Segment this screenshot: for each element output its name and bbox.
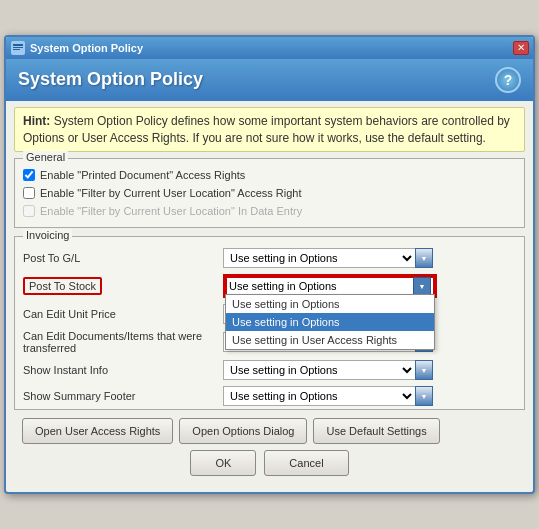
post-stock-dropdown-container: Use setting in Options ▼ Use setting in … [223, 274, 437, 298]
show-summary-footer-btn[interactable]: ▼ [415, 386, 433, 406]
svg-rect-2 [13, 47, 23, 48]
help-button[interactable]: ? [495, 67, 521, 93]
title-bar-text: System Option Policy [30, 42, 143, 54]
page-title: System Option Policy [18, 69, 203, 90]
checkbox-row-3: Enable "Filter by Current User Location"… [23, 205, 516, 217]
header-section: System Option Policy ? [6, 59, 533, 101]
post-gl-label: Post To G/L [15, 245, 215, 271]
dropdown-item-3[interactable]: Use setting in User Access Rights [226, 331, 434, 349]
checkbox-printed-doc-label: Enable "Printed Document" Access Rights [40, 169, 245, 181]
table-row: Post To G/L Use setting in Options ▼ [15, 245, 524, 271]
checkbox-filter-data-entry-label: Enable "Filter by Current User Location"… [40, 205, 302, 217]
dropdown-item-2[interactable]: Use setting in Options [226, 313, 434, 331]
close-button[interactable]: ✕ [513, 41, 529, 55]
post-gl-dropdown-btn[interactable]: ▼ [415, 248, 433, 268]
show-summary-footer-select[interactable]: Use setting in Options [223, 386, 415, 406]
svg-rect-3 [13, 49, 20, 50]
dropdown-arrow-icon: ▼ [421, 367, 428, 374]
show-summary-footer-cell: Use setting in Options ▼ [215, 383, 524, 409]
action-buttons-row: Open User Access Rights Open Options Dia… [22, 418, 517, 444]
show-instant-info-cell: Use setting in Options ▼ [215, 357, 524, 383]
show-instant-info-select[interactable]: Use setting in Options [223, 360, 415, 380]
general-label: General [23, 151, 68, 163]
invoicing-group: Invoicing Post To G/L Use setting in Opt… [14, 236, 525, 410]
post-stock-field[interactable]: Use setting in Options ▼ [225, 276, 435, 296]
general-group: General Enable "Printed Document" Access… [14, 158, 525, 228]
checkbox-row-2: Enable "Filter by Current User Location"… [23, 187, 516, 199]
post-gl-select[interactable]: Use setting in Options [223, 248, 415, 268]
show-instant-info-dropdown[interactable]: Use setting in Options ▼ [223, 360, 516, 380]
checkbox-printed-doc[interactable] [23, 169, 35, 181]
body-content: General Enable "Printed Document" Access… [6, 158, 533, 492]
title-bar-left: System Option Policy [10, 40, 143, 56]
window-icon [10, 40, 26, 56]
dropdown-arrow-icon: ▼ [421, 393, 428, 400]
post-gl-dropdown[interactable]: Use setting in Options ▼ [223, 248, 516, 268]
ok-cancel-row: OK Cancel [14, 450, 525, 476]
post-stock-arrow[interactable]: ▼ [413, 277, 431, 295]
can-edit-docs-label: Can Edit Documents/Items that were trans… [15, 327, 215, 357]
use-default-settings-button[interactable]: Use Default Settings [313, 418, 439, 444]
can-edit-unit-price-label: Can Edit Unit Price [15, 301, 215, 327]
hint-bar: Hint: System Option Policy defines how s… [14, 107, 525, 153]
show-instant-info-btn[interactable]: ▼ [415, 360, 433, 380]
dropdown-arrow-icon: ▼ [421, 255, 428, 262]
hint-prefix: Hint: [23, 114, 50, 128]
arrow-icon: ▼ [419, 283, 426, 290]
hint-text: System Option Policy defines how some im… [23, 114, 510, 145]
dropdown-popup: Use setting in Options Use setting in Op… [225, 294, 435, 350]
table-row: Show Instant Info Use setting in Options… [15, 357, 524, 383]
post-stock-value: Use setting in Options [229, 280, 337, 292]
open-options-dialog-button[interactable]: Open Options Dialog [179, 418, 307, 444]
table-row: Post To Stock Use setting in Options ▼ [15, 271, 524, 301]
show-instant-info-label: Show Instant Info [15, 357, 215, 383]
post-stock-label-cell: Post To Stock [15, 271, 215, 301]
show-summary-footer-dropdown[interactable]: Use setting in Options ▼ [223, 386, 516, 406]
post-stock-dropdown[interactable]: Use setting in Options ▼ Use setting in … [225, 276, 435, 296]
svg-rect-1 [13, 44, 23, 46]
show-summary-footer-label: Show Summary Footer [15, 383, 215, 409]
post-stock-cell: Use setting in Options ▼ Use setting in … [215, 271, 524, 301]
main-window: System Option Policy ✕ System Option Pol… [4, 35, 535, 495]
dropdown-item-1[interactable]: Use setting in Options [226, 295, 434, 313]
title-bar: System Option Policy ✕ [6, 37, 533, 59]
cancel-button[interactable]: Cancel [264, 450, 348, 476]
post-to-stock-label: Post To Stock [23, 277, 102, 295]
open-user-access-button[interactable]: Open User Access Rights [22, 418, 173, 444]
checkbox-filter-data-entry [23, 205, 35, 217]
checkbox-filter-location-label: Enable "Filter by Current User Location"… [40, 187, 302, 199]
checkbox-row-1: Enable "Printed Document" Access Rights [23, 169, 516, 181]
checkbox-filter-location[interactable] [23, 187, 35, 199]
invoicing-table: Post To G/L Use setting in Options ▼ [15, 245, 524, 409]
post-gl-cell: Use setting in Options ▼ [215, 245, 524, 271]
invoicing-label: Invoicing [23, 229, 72, 241]
ok-button[interactable]: OK [190, 450, 256, 476]
table-row: Show Summary Footer Use setting in Optio… [15, 383, 524, 409]
